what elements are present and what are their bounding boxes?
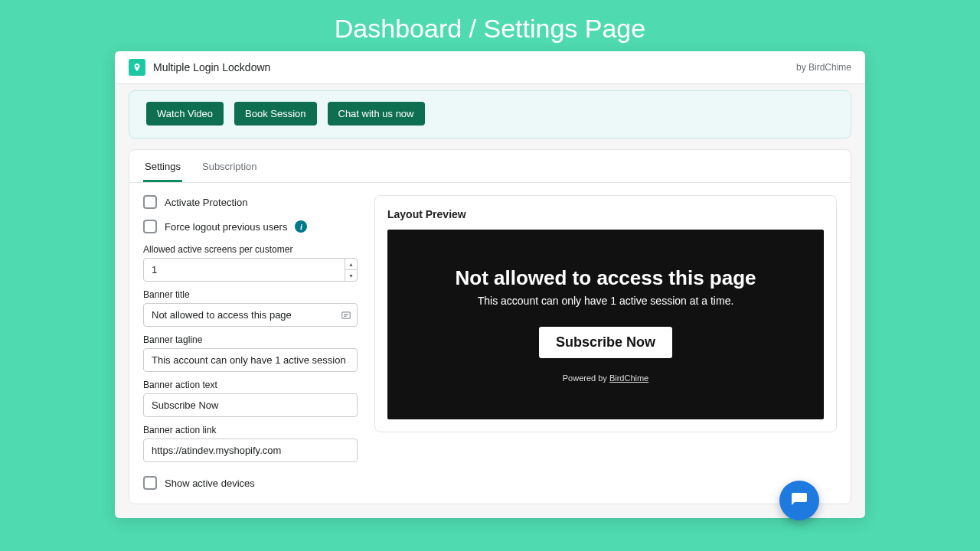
tab-settings[interactable]: Settings bbox=[143, 150, 182, 182]
spinner-up-icon[interactable]: ▲ bbox=[345, 259, 357, 270]
preview-tagline: This account can only have 1 active sess… bbox=[478, 295, 734, 307]
banner-action-link-label: Banner action link bbox=[143, 425, 358, 435]
layout-preview-card: Layout Preview Not allowed to access thi… bbox=[374, 195, 837, 432]
preview-footer-link[interactable]: BirdChime bbox=[609, 373, 648, 383]
allowed-screens-label: Allowed active screens per customer bbox=[143, 244, 358, 255]
app-window: Multiple Login Lockdown by BirdChime Wat… bbox=[115, 51, 865, 518]
chat-icon bbox=[790, 491, 808, 510]
spinner-down-icon[interactable]: ▼ bbox=[345, 270, 357, 281]
preview-footer: Powered by BirdChime bbox=[563, 373, 649, 383]
force-logout-label: Force logout previous users bbox=[165, 221, 287, 233]
watch-video-button[interactable]: Watch Video bbox=[146, 102, 224, 126]
allowed-screens-input[interactable] bbox=[143, 258, 358, 282]
app-logo-icon bbox=[129, 59, 145, 76]
banner-title-label: Banner title bbox=[143, 289, 358, 300]
chat-now-button[interactable]: Chat with us now bbox=[328, 102, 425, 126]
banner-tagline-input[interactable] bbox=[143, 348, 358, 372]
banner-action-text-input[interactable] bbox=[143, 393, 358, 417]
settings-form: Activate Protection Force logout previou… bbox=[143, 195, 358, 490]
byline: by BirdChime bbox=[796, 62, 851, 73]
show-active-devices-checkbox[interactable] bbox=[143, 476, 157, 490]
app-title: Multiple Login Lockdown bbox=[153, 61, 270, 73]
activate-protection-label: Activate Protection bbox=[165, 197, 247, 208]
preview-cta-button[interactable]: Subscribe Now bbox=[539, 327, 672, 358]
app-header: Multiple Login Lockdown by BirdChime bbox=[115, 51, 865, 84]
svg-rect-0 bbox=[342, 311, 351, 318]
tab-subscription[interactable]: Subscription bbox=[201, 150, 259, 182]
page-heading: Dashboard / Settings Page bbox=[0, 0, 980, 51]
info-icon[interactable]: i bbox=[295, 220, 307, 233]
text-field-icon bbox=[341, 310, 351, 321]
number-spinner[interactable]: ▲ ▼ bbox=[345, 259, 357, 281]
banner-tagline-label: Banner tagline bbox=[143, 334, 358, 345]
chat-fab[interactable] bbox=[779, 481, 819, 520]
preview-frame: Not allowed to access this page This acc… bbox=[387, 230, 824, 419]
preview-heading: Not allowed to access this page bbox=[456, 266, 756, 290]
show-active-devices-label: Show active devices bbox=[165, 478, 255, 489]
force-logout-checkbox[interactable] bbox=[143, 220, 157, 233]
book-session-button[interactable]: Book Session bbox=[234, 102, 317, 126]
banner-title-input[interactable] bbox=[143, 303, 358, 327]
preview-section-title: Layout Preview bbox=[387, 208, 824, 220]
activate-protection-checkbox[interactable] bbox=[143, 195, 157, 209]
banner-action-text-label: Banner action text bbox=[143, 380, 358, 390]
preview-footer-prefix: Powered by bbox=[563, 373, 609, 383]
main-card: Settings Subscription Activate Protectio… bbox=[129, 149, 851, 504]
banner-action-link-input[interactable] bbox=[143, 439, 358, 462]
tabs: Settings Subscription bbox=[129, 150, 851, 183]
help-banner: Watch Video Book Session Chat with us no… bbox=[129, 90, 851, 139]
